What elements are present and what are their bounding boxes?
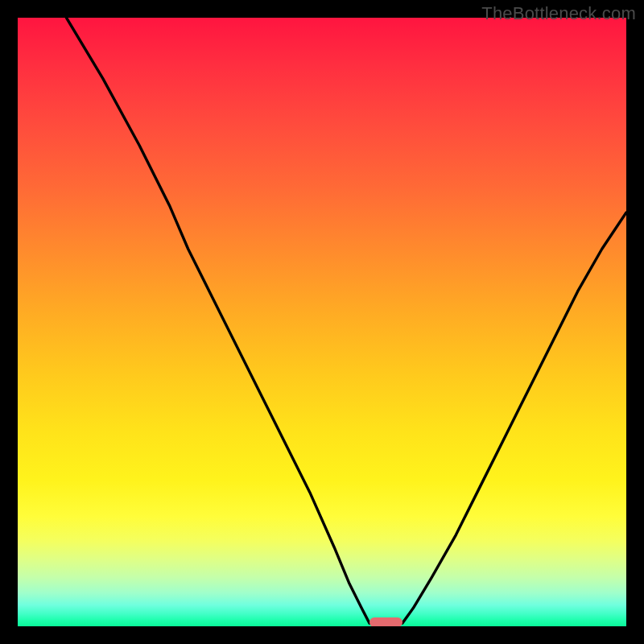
- bottleneck-curve-left: [66, 18, 369, 623]
- plot-area: [18, 18, 626, 626]
- watermark-text: TheBottleneck.com: [481, 3, 636, 24]
- bottleneck-marker: [369, 617, 403, 626]
- curve-overlay: [18, 18, 626, 626]
- bottleneck-curve-right: [402, 213, 626, 623]
- chart-frame: TheBottleneck.com: [0, 0, 644, 644]
